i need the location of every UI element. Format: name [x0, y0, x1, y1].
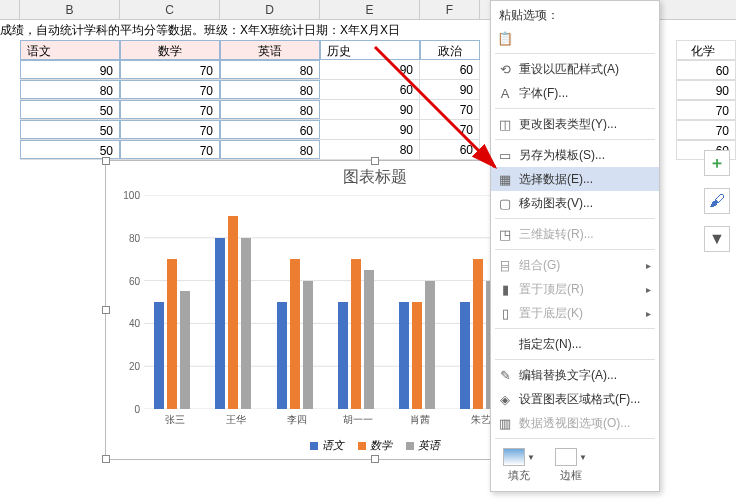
- bar[interactable]: [303, 281, 313, 409]
- col-B[interactable]: B: [20, 0, 120, 19]
- header-yingyu[interactable]: 英语: [220, 40, 320, 60]
- bar[interactable]: [215, 238, 225, 409]
- cell[interactable]: 70: [120, 140, 220, 159]
- col-C[interactable]: C: [120, 0, 220, 19]
- x-label: 李四: [267, 413, 327, 427]
- font-icon: A: [497, 85, 513, 101]
- fill-button[interactable]: ▼ 填充: [503, 448, 535, 483]
- send-back-icon: ▯: [497, 305, 513, 321]
- cell[interactable]: 70: [420, 120, 480, 139]
- bar[interactable]: [412, 302, 422, 409]
- menu-edit-alt-text[interactable]: ✎编辑替换文字(A)...: [491, 363, 659, 387]
- border-icon: [555, 448, 577, 466]
- cell[interactable]: 70: [120, 80, 220, 99]
- pivot-options-icon: ▥: [497, 415, 513, 431]
- bring-front-icon: ▮: [497, 281, 513, 297]
- menu-reset-style[interactable]: ⟲重设以匹配样式(A): [491, 57, 659, 81]
- cell[interactable]: 90: [320, 60, 420, 79]
- bar[interactable]: [241, 238, 251, 409]
- bar[interactable]: [364, 270, 374, 409]
- description-text: 成绩，自动统计学科的平均分等数据。班级：X年X班统计日期：X年X月X日: [0, 22, 400, 39]
- fill-icon: [503, 448, 525, 466]
- assign-macro-icon: [497, 336, 513, 352]
- cell[interactable]: 60: [320, 80, 420, 99]
- bar[interactable]: [473, 259, 483, 409]
- paste-option-button[interactable]: 📋: [491, 26, 659, 50]
- x-label: 肖茜: [390, 413, 450, 427]
- bar[interactable]: [154, 302, 164, 409]
- bar[interactable]: [290, 259, 300, 409]
- menu-3d-rotate: ◳三维旋转(R)...: [491, 222, 659, 246]
- reset-style-icon: ⟲: [497, 61, 513, 77]
- border-button[interactable]: ▼ 边框: [555, 448, 587, 483]
- header-yuwen[interactable]: 语文: [20, 40, 120, 60]
- right-column: 化学 60 90 70 70 60: [676, 40, 736, 160]
- menu-change-chart-type[interactable]: ◫更改图表类型(Y)...: [491, 112, 659, 136]
- bar[interactable]: [277, 302, 287, 409]
- cell[interactable]: 70: [120, 120, 220, 139]
- cell[interactable]: 80: [20, 80, 120, 99]
- menu-move-chart[interactable]: ▢移动图表(V)...: [491, 191, 659, 215]
- cell[interactable]: 60: [420, 60, 480, 79]
- cell[interactable]: 60: [676, 60, 736, 80]
- move-chart-icon: ▢: [497, 195, 513, 211]
- menu-save-template[interactable]: ▭另存为模板(S)...: [491, 143, 659, 167]
- col-D[interactable]: D: [220, 0, 320, 19]
- bar[interactable]: [338, 302, 348, 409]
- cell[interactable]: 70: [420, 100, 480, 119]
- bar[interactable]: [351, 259, 361, 409]
- cell[interactable]: 90: [320, 120, 420, 139]
- menu-pivot-options: ▥数据透视图选项(O)...: [491, 411, 659, 435]
- cell[interactable]: 90: [676, 80, 736, 100]
- bar[interactable]: [460, 302, 470, 409]
- chart-side-toolbar: ＋ 🖌 ▼: [704, 150, 730, 252]
- x-label: 张三: [145, 413, 205, 427]
- menu-send-back: ▯置于底层(K)▸: [491, 301, 659, 325]
- cell[interactable]: 90: [20, 60, 120, 79]
- x-label: 胡一一: [328, 413, 388, 427]
- cell[interactable]: 80: [220, 80, 320, 99]
- edit-alt-text-icon: ✎: [497, 367, 513, 383]
- context-menu: 粘贴选项： 📋 ⟲重设以匹配样式(A)A字体(F)...◫更改图表类型(Y)..…: [490, 0, 660, 492]
- cell[interactable]: 50: [20, 120, 120, 139]
- chart-elements-button[interactable]: ＋: [704, 150, 730, 176]
- bar[interactable]: [180, 291, 190, 409]
- bar[interactable]: [425, 281, 435, 409]
- cell[interactable]: 80: [320, 140, 420, 159]
- cell[interactable]: 80: [220, 60, 320, 79]
- menu-format-chart-area[interactable]: ◈设置图表区域格式(F)...: [491, 387, 659, 411]
- y-axis: 020406080100: [114, 195, 142, 409]
- cell[interactable]: 80: [220, 100, 320, 119]
- cell[interactable]: 60: [220, 120, 320, 139]
- menu-bring-front: ▮置于顶层(R)▸: [491, 277, 659, 301]
- bar[interactable]: [399, 302, 409, 409]
- header-zhengzhi[interactable]: 政治: [420, 40, 480, 60]
- cell[interactable]: 80: [220, 140, 320, 159]
- cell[interactable]: 70: [120, 60, 220, 79]
- menu-assign-macro[interactable]: 指定宏(N)...: [491, 332, 659, 356]
- legend-item: 语文: [310, 438, 344, 453]
- data-rows[interactable]: 9070809060807080609050708090705070609070…: [0, 60, 480, 160]
- cell[interactable]: 50: [20, 100, 120, 119]
- bar[interactable]: [228, 216, 238, 409]
- cell[interactable]: 90: [420, 80, 480, 99]
- chart-styles-button[interactable]: 🖌: [704, 188, 730, 214]
- 3d-rotate-icon: ◳: [497, 226, 513, 242]
- right-header[interactable]: 化学: [676, 40, 736, 60]
- cell[interactable]: 60: [420, 140, 480, 159]
- cell[interactable]: 70: [676, 100, 736, 120]
- col-F[interactable]: F: [420, 0, 480, 19]
- menu-select-data[interactable]: ▦选择数据(E)...: [491, 167, 659, 191]
- legend-item: 数学: [358, 438, 392, 453]
- bar[interactable]: [167, 259, 177, 409]
- col-E[interactable]: E: [320, 0, 420, 19]
- chart-filter-button[interactable]: ▼: [704, 226, 730, 252]
- clipboard-icon: 📋: [497, 30, 513, 46]
- cell[interactable]: 70: [676, 120, 736, 140]
- menu-font[interactable]: A字体(F)...: [491, 81, 659, 105]
- cell[interactable]: 90: [320, 100, 420, 119]
- cell[interactable]: 70: [120, 100, 220, 119]
- change-chart-type-icon: ◫: [497, 116, 513, 132]
- header-lishi[interactable]: 历史: [320, 40, 420, 60]
- header-shuxue[interactable]: 数学: [120, 40, 220, 60]
